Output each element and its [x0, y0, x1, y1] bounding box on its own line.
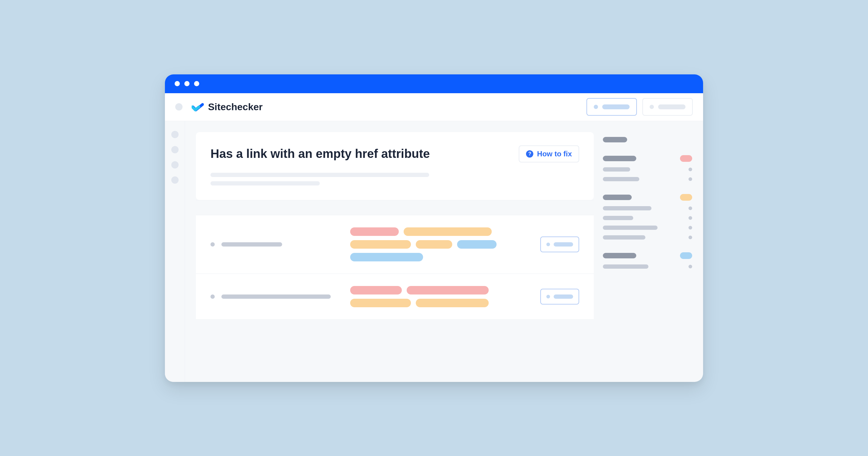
row-url-skeleton [221, 242, 282, 247]
row-action-button[interactable] [540, 236, 579, 252]
how-to-fix-label: How to fix [537, 150, 572, 158]
avatar[interactable] [175, 103, 183, 110]
tag-chip [407, 286, 489, 294]
panel-badge [680, 194, 692, 201]
main-area: Has a link with an empty href attribute … [185, 121, 703, 382]
panel-dot [688, 168, 692, 171]
sidebar-item[interactable] [171, 131, 179, 138]
panel-group [603, 252, 692, 269]
help-icon: ? [526, 150, 533, 158]
traffic-light-minimize[interactable] [184, 81, 189, 86]
row-status-dot [211, 294, 215, 299]
panel-skeleton [603, 177, 639, 181]
tag-chip [404, 227, 492, 236]
table-row [196, 274, 594, 320]
panel-skeleton [603, 206, 651, 210]
panel-skeleton [603, 137, 627, 142]
placeholder-dot [650, 105, 654, 109]
panel-dot [688, 265, 692, 268]
row-action-button[interactable] [540, 289, 579, 304]
panel-heading-skeleton [603, 195, 632, 200]
panel-skeleton [603, 167, 630, 171]
panel-heading-skeleton [603, 156, 636, 161]
brand[interactable]: Sitechecker [192, 101, 263, 112]
brand-logo-icon [192, 102, 204, 112]
panel-skeleton [603, 226, 657, 230]
panel-group [603, 155, 692, 181]
issue-title: Has a link with an empty href attribute [211, 147, 430, 161]
tag-chip [350, 299, 411, 307]
issue-card: Has a link with an empty href attribute … [196, 132, 594, 200]
panel-dot [688, 177, 692, 181]
placeholder-bar [554, 294, 573, 299]
brand-name: Sitechecker [208, 101, 263, 112]
tag-chip [350, 227, 399, 236]
panel-skeleton [603, 264, 648, 269]
panel-dot [688, 216, 692, 220]
panel-group [603, 137, 692, 142]
panel-skeleton [603, 216, 633, 220]
placeholder-dot [594, 105, 598, 109]
placeholder-bar [602, 104, 629, 109]
panel-dot [688, 226, 692, 230]
how-to-fix-button[interactable]: ? How to fix [519, 145, 579, 162]
panel-skeleton [603, 235, 645, 239]
tag-chip [416, 240, 452, 249]
panel-badge [680, 252, 692, 259]
row-tags [350, 227, 528, 261]
tag-chip [350, 240, 411, 249]
panel-dot [688, 206, 692, 210]
table-row [196, 215, 594, 274]
tag-chip [416, 299, 489, 307]
panel-group [603, 194, 692, 239]
header-action-secondary[interactable] [642, 98, 693, 116]
panel-dot [688, 236, 692, 239]
app-layout: Has a link with an empty href attribute … [165, 121, 703, 382]
placeholder-dot [546, 295, 550, 298]
sidebar-item[interactable] [171, 176, 179, 184]
tag-chip [350, 286, 402, 294]
placeholder-dot [546, 242, 550, 246]
panel-heading-skeleton [603, 253, 636, 258]
header-action-primary[interactable] [586, 98, 637, 116]
row-status-dot [211, 242, 215, 247]
window-titlebar [165, 74, 703, 93]
tag-chip [457, 240, 497, 249]
right-panel [603, 132, 703, 382]
sidebar [165, 121, 185, 382]
table-header-skeleton [196, 200, 594, 215]
issue-description-skeleton [211, 173, 579, 190]
app-window: Sitechecker Has a link with an empty hre… [165, 74, 703, 382]
placeholder-bar [554, 242, 573, 247]
placeholder-bar [658, 104, 685, 109]
tag-chip [350, 253, 423, 261]
row-url-skeleton [221, 294, 331, 299]
panel-badge [680, 155, 692, 162]
row-tags [350, 286, 528, 307]
traffic-light-zoom[interactable] [194, 81, 199, 86]
content-column: Has a link with an empty href attribute … [196, 132, 594, 382]
app-header: Sitechecker [165, 93, 703, 121]
sidebar-item[interactable] [171, 146, 179, 153]
sidebar-item[interactable] [171, 161, 179, 168]
traffic-light-close[interactable] [175, 81, 180, 86]
